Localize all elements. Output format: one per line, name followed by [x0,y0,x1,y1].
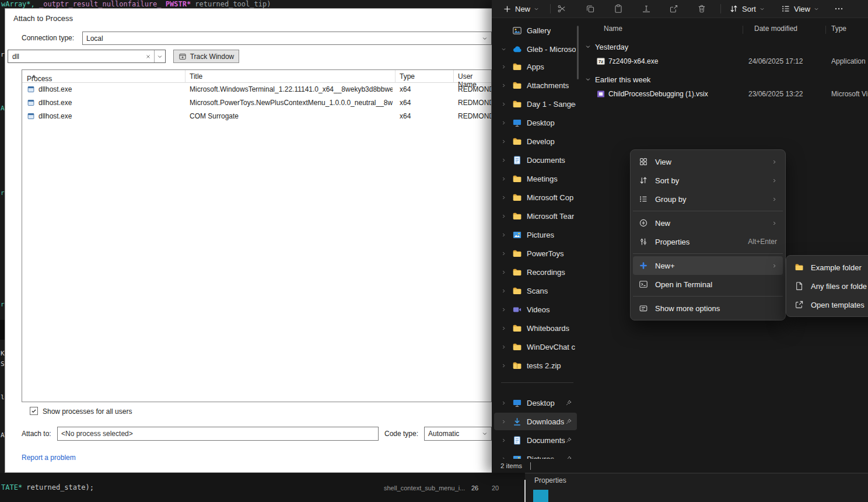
sidebar-item-pictures[interactable]: Pictures [494,226,577,243]
sidebar-item-pinned-desktop[interactable]: Desktop [494,394,577,412]
menu-item-properties[interactable]: Properties Alt+Enter [633,232,783,251]
column-header-type[interactable]: Type [831,25,846,33]
submenu-item-example-folder[interactable]: Example folder [789,258,868,277]
rename-button[interactable] [637,1,656,16]
chevron-right-icon[interactable] [501,158,506,163]
sidebar-item-powertoys[interactable]: PowerToys [494,245,577,262]
sidebar-item-tests-zip[interactable]: tests 2.zip [494,357,577,374]
process-filter-input[interactable] [12,53,142,61]
chevron-right-icon[interactable] [501,139,506,144]
clear-filter-button[interactable] [142,50,154,62]
sidebar-item-desktop[interactable]: Desktop [494,114,577,131]
column-divider[interactable] [395,70,396,83]
menu-item-show-more-options[interactable]: Show more options [633,299,783,318]
sidebar-item-recordings[interactable]: Recordings [494,263,577,281]
submenu-item-open-templates[interactable]: Open templates [789,295,868,314]
chevron-right-icon[interactable] [501,120,506,126]
sidebar-item-microsoft-tear[interactable]: Microsoft Tear [494,207,577,225]
chevron-right-icon[interactable] [501,326,506,331]
share-button[interactable] [664,1,683,16]
sidebar-item-windevchat[interactable]: WinDevChat c [494,338,577,355]
sidebar-item-pinned-documents[interactable]: Documents [494,431,577,449]
sidebar-item-meetings[interactable]: Meetings [494,170,577,187]
folder-icon [512,323,522,333]
filter-dropdown-button[interactable] [155,50,165,62]
sort-ascending-icon [32,75,36,78]
cut-button[interactable] [552,1,571,16]
codelens-reference[interactable]: shell_context_sub_menu_i... [384,484,465,491]
more-options-button[interactable] [830,1,848,16]
sidebar-item-documents[interactable]: Documents [494,151,577,169]
new-button[interactable]: New [498,1,544,16]
chevron-down-icon [760,6,765,12]
sidebar-item-pinned-downloads[interactable]: Downloads [494,413,577,430]
column-header-title[interactable]: Title [190,72,202,81]
attach-to-field[interactable] [57,427,379,441]
sidebar-item-whiteboards[interactable]: Whiteboards [494,319,577,337]
sidebar-item-scans[interactable]: Scans [494,282,577,299]
chevron-right-icon[interactable] [501,83,506,88]
menu-item-new-plus[interactable]: New+ [633,256,783,275]
chevron-right-icon[interactable] [501,438,506,443]
column-header-type[interactable]: Type [400,72,415,81]
sort-button[interactable]: Sort [724,1,770,16]
chevron-right-icon[interactable] [501,344,506,350]
code-type-select[interactable]: Automatic [424,427,492,441]
chevron-right-icon[interactable] [501,419,506,424]
sidebar-item-label: Gleb - Microsof [527,45,576,54]
sidebar-item-videos[interactable]: Videos [494,301,577,318]
menu-item-new[interactable]: New [633,214,783,232]
chevron-right-icon[interactable] [501,102,506,107]
sidebar-item-attachments[interactable]: Attachments [494,76,577,94]
column-header-date[interactable]: Date modified [754,25,797,33]
sort-icon [729,4,738,13]
sidebar-item-develop[interactable]: Develop [494,133,577,150]
paste-button[interactable] [609,1,628,16]
show-all-users-checkbox[interactable] [30,407,38,415]
codelens-count: 20 [492,484,499,491]
copy-button[interactable] [581,1,600,16]
chevron-right-icon[interactable] [501,288,506,294]
column-divider[interactable] [743,26,743,34]
sidebar-item-gallery[interactable]: Gallery [494,22,577,39]
sidebar-item-day1[interactable]: Day 1 - Sangee [494,95,577,113]
sidebar-scrollbar[interactable] [577,26,579,79]
column-divider[interactable] [185,70,186,83]
file-row[interactable]: ChildProcessDebugging (1).vsix 23/06/202… [585,86,868,103]
table-row[interactable]: dllhost.exe Microsoft.WindowsTerminal_1.… [22,83,491,96]
track-window-button[interactable]: Track Window [173,50,239,63]
chevron-right-icon[interactable] [501,176,506,182]
chevron-down-icon[interactable] [501,47,506,52]
submenu-item-any-files[interactable]: Any files or folde [789,277,868,295]
table-row[interactable]: dllhost.exe Microsoft.PowerToys.NewPlusC… [22,96,491,110]
table-row[interactable]: dllhost.exe COM Surrogate x64 REDMOND [22,110,491,123]
sidebar-item-onedrive[interactable]: Gleb - Microsof [494,40,577,58]
report-a-problem-link[interactable]: Report a problem [22,454,76,462]
chevron-right-icon[interactable] [501,363,506,368]
sidebar-item-label: Meetings [527,175,558,183]
column-divider[interactable] [453,70,454,83]
desktop-icon [512,118,522,128]
group-header-yesterday[interactable]: Yesterday [585,41,628,53]
chevron-right-icon[interactable] [501,64,506,69]
menu-item-open-in-terminal[interactable]: Open in Terminal [633,275,783,294]
sidebar-item-microsoft-cop[interactable]: Microsoft Cop [494,189,577,206]
file-row[interactable]: 7z2409-x64.exe 24/06/2025 17:12 Applicat… [585,54,868,70]
chevron-right-icon[interactable] [501,195,506,200]
chevron-right-icon[interactable] [501,232,506,238]
chevron-right-icon[interactable] [501,400,506,406]
delete-button[interactable] [692,1,711,16]
connection-type-select[interactable]: Local [82,32,492,45]
column-divider[interactable] [825,26,826,34]
menu-item-view[interactable]: View [633,152,783,171]
column-header-name[interactable]: Name [604,25,622,33]
chevron-right-icon[interactable] [501,251,506,256]
sidebar-item-apps[interactable]: Apps [494,58,577,75]
view-button[interactable]: View [776,1,824,16]
menu-item-group-by[interactable]: Group by [633,190,783,208]
menu-item-sort-by[interactable]: Sort by [633,171,783,190]
chevron-right-icon[interactable] [501,307,506,312]
group-header-earlier-this-week[interactable]: Earlier this week [585,74,650,85]
chevron-right-icon[interactable] [501,214,506,219]
chevron-right-icon[interactable] [501,270,506,275]
